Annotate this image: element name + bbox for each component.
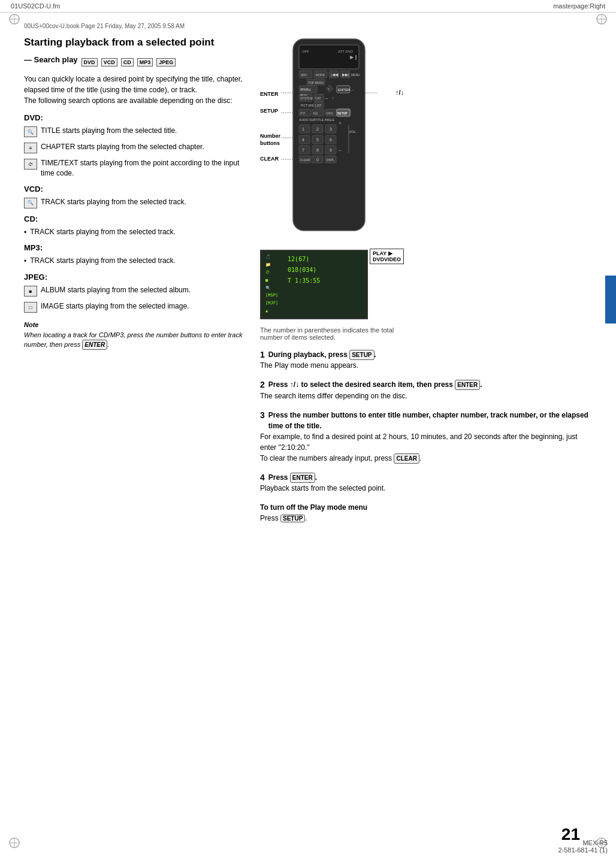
- display-info-col: 12(67) 018(034) T 1:35:55: [288, 254, 320, 315]
- svg-text:Z*Z: Z*Z: [300, 111, 305, 115]
- setup-label: SETUP: [260, 108, 278, 114]
- note-section: Note When locating a track for CD/MP3, p…: [24, 320, 246, 350]
- track-vcd-icon: 🔍: [24, 198, 37, 208]
- svg-text:CLEAR: CLEAR: [300, 158, 310, 162]
- mp3-label: MP3:: [24, 243, 246, 252]
- updown-arrow-label: ↑/↓: [395, 89, 404, 96]
- svg-text:↑: ↑: [332, 96, 334, 100]
- svg-text:–: –: [325, 95, 328, 101]
- play-dvdvideo-label: PLAY ▶ DVDVIDEO: [370, 249, 404, 264]
- step-1: 1 During playback, press SETUP. The Play…: [260, 349, 592, 371]
- dvd-item-2: ≡ CHAPTER starts playing from the select…: [24, 142, 246, 153]
- note-text: When locating a track for CD/MP3, press …: [24, 331, 242, 349]
- jpeg-item-2: □ IMAGE starts playing from the selected…: [24, 301, 246, 313]
- chapter-icon: ≡: [24, 143, 37, 153]
- cd-label: CD:: [24, 214, 246, 223]
- subtitle-row: — Search play DVD VCD CD MP3 JPEG: [24, 55, 246, 69]
- main-content: Starting playback from a selected point …: [24, 36, 592, 826]
- display-caption: The number in parentheses indicates the …: [260, 326, 416, 341]
- model-info: MEX-R5 2-581-681-41 (1): [558, 839, 608, 854]
- display-time2: T 1:35:55: [288, 276, 320, 286]
- svg-text:EQ: EQ: [313, 111, 318, 115]
- display-screen: 🎵 📁 ⏱ ■ 🔍 [MSP] [MJF] ▲ 12(67) 018(034) …: [260, 250, 368, 319]
- jpeg-item-1: ■ ALBUM starts playing from the selected…: [24, 285, 246, 297]
- svg-text:AUDIO   SUBTITLE   ANGLE: AUDIO SUBTITLE ANGLE: [299, 118, 335, 122]
- svg-text:6: 6: [330, 138, 332, 142]
- time-icon: ⏱: [24, 159, 37, 170]
- svg-text:MENU: MENU: [300, 93, 307, 96]
- svg-text:→: →: [351, 88, 355, 92]
- note-title: Note: [24, 321, 38, 328]
- jpeg-label: JPEG:: [24, 273, 246, 282]
- step-4: 4 Press ENTER. Playback starts from the …: [260, 472, 592, 494]
- step-3-title: Press the number buttons to enter title …: [268, 411, 588, 430]
- step-3: 3 Press the number buttons to enter titl…: [260, 410, 592, 464]
- step-2-num: 2: [260, 379, 265, 390]
- turn-off-section: To turn off the Play mode menu Press SET…: [260, 503, 592, 522]
- dvd-item-3: ⏱ TIME/TEXT starts playing from the poin…: [24, 158, 246, 179]
- steps-list: 1 During playback, press SETUP. The Play…: [260, 349, 592, 494]
- display-track: 12(67): [288, 254, 320, 265]
- clear-label: CLEAR: [260, 156, 279, 162]
- step-2-body: The search items differ depending on the…: [260, 391, 592, 401]
- svg-text:SETUP: SETUP: [337, 111, 348, 115]
- format-mp3: MP3: [137, 58, 153, 66]
- album-icon: ■: [24, 286, 37, 297]
- header-right: masterpage:Right: [553, 2, 605, 10]
- step-1-body: The Play mode menu appears.: [260, 360, 592, 371]
- display-icons-col: 🎵 📁 ⏱ ■ 🔍 [MSP] [MJF] ▲: [265, 254, 278, 315]
- section-title: Starting playback from a selected point: [24, 36, 246, 49]
- svg-text:SYSTEM: SYSTEM: [300, 96, 313, 100]
- turn-off-body: Press SETUP.: [260, 514, 592, 522]
- file-info: 00US+00cov-U.book Page 21 Friday, May 27…: [24, 23, 185, 29]
- step-4-num: 4: [260, 472, 265, 483]
- svg-text:▶ ‖: ▶ ‖: [350, 55, 357, 60]
- format-jpeg: JPEG: [156, 58, 176, 66]
- step-2: 2 Press ↑/↓ to select the desired search…: [260, 379, 592, 401]
- step-1-title: During playback, press SETUP.: [268, 350, 376, 359]
- svg-text:OFF: OFF: [302, 50, 309, 53]
- clear-kbd: CLEAR: [394, 453, 419, 464]
- svg-rect-66: [299, 135, 310, 144]
- enter-kbd-4: ENTER: [290, 473, 315, 483]
- svg-rect-72: [299, 146, 310, 154]
- step-3-body: For example, to find a desired point at …: [260, 431, 592, 464]
- svg-rect-57: [299, 125, 310, 133]
- display-time1: 018(034): [288, 265, 320, 276]
- blue-tab: [605, 276, 616, 323]
- header-bar: 01US02CD-U.fm masterpage:Right: [0, 0, 616, 13]
- svg-text:VOL: VOL: [349, 130, 357, 134]
- title-icon: 🔍: [24, 126, 37, 137]
- svg-text:+: +: [328, 87, 330, 90]
- step-4-body: Playback starts from the selected point.: [260, 483, 592, 494]
- svg-text:–: –: [339, 147, 342, 153]
- format-cd: CD: [121, 58, 134, 66]
- svg-text:DSO: DSO: [327, 111, 333, 115]
- remote-container: OFF ATT DVD ▶ ‖ SRC MODE |◀◀ ▶▶| MENU TO…: [260, 36, 404, 241]
- svg-text:2: 2: [316, 127, 319, 131]
- enter-kbd-note: ENTER: [82, 340, 107, 350]
- display-row-1: 🎵 📁 ⏱ ■ 🔍 [MSP] [MJF] ▲ 12(67) 018(034) …: [265, 254, 363, 315]
- left-column: Starting playback from a selected point …: [24, 36, 246, 826]
- right-column: OFF ATT DVD ▶ ‖ SRC MODE |◀◀ ▶▶| MENU TO…: [260, 36, 592, 826]
- cd-item-1: • TRACK starts playing from the selected…: [24, 227, 246, 238]
- format-dvd: DVD: [81, 58, 98, 66]
- svg-text:ENTER: ENTER: [338, 88, 351, 92]
- svg-text:TOP MENU: TOP MENU: [308, 81, 324, 84]
- format-vcd: VCD: [101, 58, 117, 66]
- svg-text:DSPL: DSPL: [327, 158, 334, 162]
- svg-text:MODE: MODE: [316, 73, 325, 77]
- svg-text:4: 4: [302, 138, 304, 142]
- svg-text:+: +: [339, 120, 342, 126]
- svg-text:MENU: MENU: [351, 73, 360, 77]
- svg-text:LIST: LIST: [315, 104, 322, 107]
- mp3-item-1: • TRACK starts playing from the selected…: [24, 256, 246, 267]
- svg-text:8: 8: [316, 148, 319, 152]
- enter-kbd-2: ENTER: [455, 380, 480, 390]
- corner-mark-tr: [596, 13, 608, 25]
- dvd-label: DVD:: [24, 113, 246, 122]
- search-play-subtitle: — Search play: [24, 55, 78, 64]
- step-2-title: Press ↑/↓ to select the desired search i…: [268, 380, 482, 389]
- svg-text:5: 5: [316, 138, 319, 142]
- svg-text:ATT   DVD: ATT DVD: [338, 50, 354, 53]
